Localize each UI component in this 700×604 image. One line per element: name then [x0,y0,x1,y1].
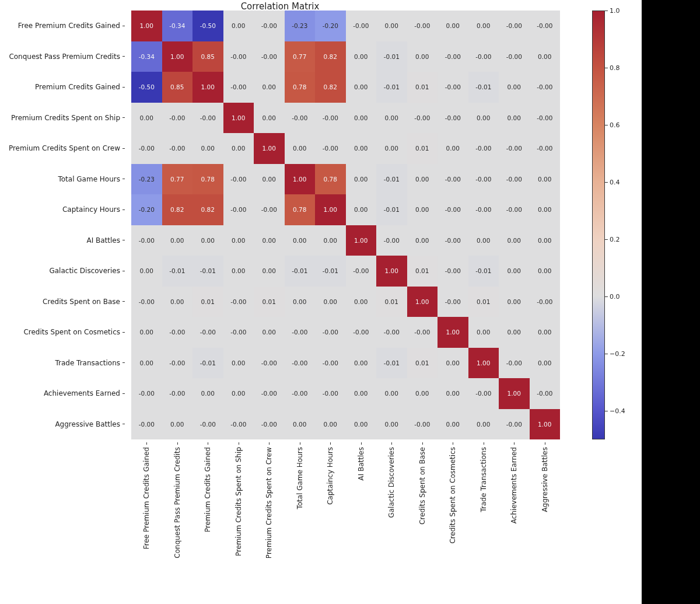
heatmap-cell: 0.00 [285,133,316,164]
y-tick [123,117,125,118]
heatmap-row: -0.000.00-0.00-0.00-0.000.000.000.000.00… [131,409,560,440]
heatmap-cell: -0.00 [315,103,346,134]
x-tick [545,442,545,445]
heatmap-cell: -0.00 [530,103,561,134]
heatmap-cell: -0.00 [285,103,316,134]
heatmap-cell: 0.00 [376,378,407,409]
x-tick-slot: Trade Transactions [468,442,499,600]
x-tick-label: Credits Spent on Cosmetics [449,447,457,544]
x-tick [269,442,270,445]
heatmap-cell: 0.85 [162,72,193,103]
heatmap-cell: -0.00 [131,225,162,256]
heatmap-cell: 0.00 [346,72,377,103]
heatmap-cell: -0.00 [192,103,223,134]
heatmap-cell: 0.82 [315,72,346,103]
heatmap-cell: 0.00 [376,103,407,134]
heatmap-cell: -0.00 [468,164,499,195]
y-axis-labels: Free Premium Credits GainedConquest Pass… [0,11,127,439]
heatmap-cell: -0.20 [131,194,162,225]
heatmap-cell: 0.01 [407,133,438,164]
heatmap-row: -0.230.770.78-0.000.001.000.780.00-0.010… [131,164,560,195]
heatmap-cell: -0.23 [285,11,316,41]
correlation-heatmap-figure: Correlation Matrix 1.00-0.34-0.500.00-0.… [0,0,700,604]
x-tick [453,442,453,445]
x-tick-slot: Achievements Earned [499,442,530,600]
y-tick [123,148,125,149]
heatmap-cell: -0.00 [438,256,468,287]
heatmap-cell: 0.00 [285,287,316,317]
y-tick-label: Aggressive Battles [0,409,127,440]
heatmap-cell: 0.00 [346,287,377,317]
x-tick-slot: Total Game Hours [285,442,316,600]
heatmap-cell: 0.00 [376,11,407,41]
heatmap-cell: -0.01 [192,348,223,379]
heatmap-cell: -0.23 [131,164,162,195]
heatmap-cell: 0.00 [346,164,377,195]
heatmap-cell: -0.00 [468,378,499,409]
heatmap-cell: 1.00 [192,72,223,103]
heatmap-row: -0.500.851.00-0.000.000.780.820.00-0.010… [131,72,560,103]
heatmap-cell: 1.00 [315,194,346,225]
heatmap-cell: -0.00 [223,287,254,317]
x-tick [146,442,147,445]
heatmap-cell: -0.00 [530,72,561,103]
x-tick-label: Premium Credits Spent on Crew [265,447,273,558]
heatmap-cell: 0.00 [407,164,438,195]
heatmap-cell: -0.00 [315,133,346,164]
heatmap-cell: 0.00 [499,225,530,256]
heatmap-cell: -0.00 [223,41,254,72]
heatmap-row: -0.000.000.000.000.000.000.001.00-0.000.… [131,225,560,256]
y-tick [123,179,125,179]
heatmap-cell: -0.00 [530,378,561,409]
heatmap-cell: -0.00 [223,409,254,440]
heatmap-cell: 1.00 [223,103,254,134]
x-tick-slot: AI Battles [346,442,377,600]
heatmap-cell: -0.00 [254,11,285,41]
heatmap-row: 0.00-0.00-0.010.00-0.00-0.00-0.000.00-0.… [131,348,560,379]
heatmap-cell: -0.00 [254,348,285,379]
heatmap-cell: 0.00 [468,11,499,41]
heatmap-cell: -0.00 [438,287,468,317]
heatmap-cell: -0.00 [530,287,561,317]
heatmap-cell: -0.00 [499,133,530,164]
heatmap-cell: -0.00 [530,133,561,164]
heatmap-cell: -0.01 [376,348,407,379]
y-tick-label: Trade Transactions [0,348,127,379]
heatmap-cell: -0.34 [131,41,162,72]
colorbar-tick [605,411,608,411]
heatmap-row: 0.00-0.01-0.010.000.00-0.01-0.01-0.001.0… [131,256,560,287]
heatmap-cell: 0.00 [438,378,468,409]
heatmap-cell: 0.00 [315,225,346,256]
heatmap-cell: 0.00 [346,409,377,440]
heatmap-cell: 0.00 [131,317,162,348]
heatmap-row: -0.000.000.01-0.000.010.000.000.000.011.… [131,287,560,317]
heatmap-cell: 0.00 [499,317,530,348]
x-tick-label: Trade Transactions [480,447,488,512]
x-tick-label: Credits Spent on Base [418,447,426,525]
colorbar-tick-label: −0.4 [610,407,625,415]
heatmap-cell: 0.00 [285,225,316,256]
y-tick-label: Credits Spent on Cosmetics [0,317,127,348]
heatmap-cell: -0.00 [254,41,285,72]
heatmap-cell: -0.00 [223,317,254,348]
colorbar-tick [605,239,608,240]
heatmap-cell: -0.00 [438,194,468,225]
colorbar-tick-label: 0.0 [610,293,620,301]
heatmap-cell: -0.00 [285,317,316,348]
heatmap-cell: -0.00 [285,378,316,409]
heatmap-cell: -0.00 [530,11,561,41]
x-tick-slot: Aggressive Battles [530,442,561,600]
y-tick [123,301,125,302]
heatmap-cell: 0.00 [346,194,377,225]
heatmap-cell: -0.00 [346,256,377,287]
heatmap-cell: 0.78 [285,72,316,103]
x-tick-label: AI Battles [357,447,365,481]
colorbar-tick-label: 0.6 [610,121,620,129]
x-tick-slot: Premium Credits Spent on Ship [223,442,254,600]
heatmap-cell: 0.00 [254,72,285,103]
heatmap-cell: 1.00 [376,256,407,287]
heatmap-cell: -0.00 [468,194,499,225]
heatmap-row: -0.200.820.82-0.00-0.000.781.000.00-0.01… [131,194,560,225]
x-tick [300,442,300,445]
heatmap-cell: 0.01 [192,287,223,317]
